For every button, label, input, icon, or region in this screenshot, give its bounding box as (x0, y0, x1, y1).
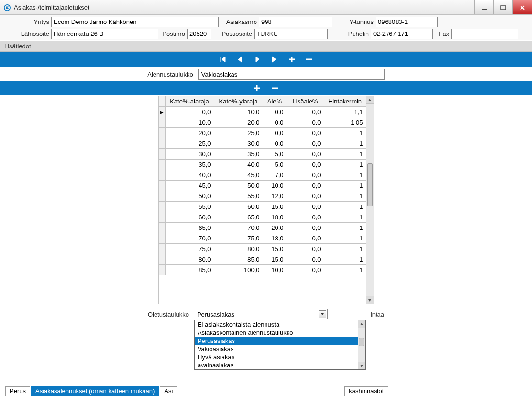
grid-cell[interactable]: 35,0 (165, 160, 214, 170)
col-ale[interactable]: Ale% (263, 96, 287, 107)
grid-cell[interactable]: 15,0 (263, 202, 287, 212)
grid-cell[interactable]: 0,0 (263, 138, 287, 149)
nav-last-icon[interactable] (270, 55, 279, 64)
table-row[interactable]: ▸0,010,00,00,01,1 (158, 107, 366, 117)
grid-cell[interactable]: 85,0 (214, 254, 263, 265)
table-row[interactable]: 65,070,020,00,01 (158, 223, 366, 233)
grid-cell[interactable]: 1 (324, 160, 366, 170)
grid-cell[interactable]: 80,0 (214, 244, 263, 254)
grid-cell[interactable]: 0,0 (287, 254, 324, 265)
table-row[interactable]: 50,055,012,00,01 (158, 191, 366, 202)
grid-cell[interactable]: 45,0 (165, 181, 214, 191)
grid-cell[interactable]: 1 (324, 202, 366, 212)
grid-cell[interactable]: 0,0 (165, 107, 214, 117)
table-row[interactable]: 60,065,018,00,01 (158, 212, 366, 223)
dropdown-option[interactable]: Ei asiakaskohtaista alennusta (195, 320, 358, 329)
input-yritys[interactable] (51, 17, 219, 27)
grid-cell[interactable]: 1 (324, 128, 366, 138)
grid-cell[interactable]: 25,0 (214, 128, 263, 138)
col-kate-alaraja[interactable]: Kate%-alaraja (165, 96, 214, 107)
grid-cell[interactable]: 1 (324, 223, 366, 233)
dropdown-option[interactable]: Vakioasiakas (195, 345, 358, 353)
grid-cell[interactable]: 0,0 (287, 202, 324, 212)
grid-cell[interactable]: 10,0 (165, 117, 214, 128)
grid-cell[interactable]: 0,0 (263, 128, 287, 138)
grid-cell[interactable]: 12,0 (263, 191, 287, 202)
grid-cell[interactable]: 15,0 (263, 244, 287, 254)
dropdown-option[interactable]: Perusasiakas (195, 337, 358, 345)
grid-cell[interactable]: 18,0 (263, 233, 287, 244)
nav-add-icon[interactable] (288, 55, 296, 64)
col-lisaale[interactable]: Lisäale% (287, 96, 324, 107)
grid-cell[interactable]: 0,0 (287, 223, 324, 233)
select-oletustaulukko[interactable]: Perusasiakas Ei asiakaskohtaista alennus… (194, 309, 328, 319)
grid-cell[interactable]: 35,0 (214, 149, 263, 160)
maximize-button[interactable] (493, 0, 512, 14)
grid-cell[interactable]: 0,0 (287, 265, 324, 275)
grid-scrollbar[interactable] (366, 96, 374, 304)
grid-cell[interactable]: 15,0 (263, 254, 287, 265)
table-row[interactable]: 30,035,05,00,01 (158, 149, 366, 160)
dd-scroll-thumb[interactable] (359, 338, 364, 346)
grid-cell[interactable]: 1 (324, 149, 366, 160)
grid-cell[interactable]: 80,0 (165, 254, 214, 265)
dropdown-option[interactable]: Asiakaskohtainen alennustaulukko (195, 329, 358, 337)
grid-cell[interactable]: 0,0 (287, 160, 324, 170)
input-lahiosoite[interactable] (51, 29, 158, 39)
input-alennustaulukko[interactable] (198, 69, 385, 80)
table-row[interactable]: 10,020,00,00,01,05 (158, 117, 366, 128)
grid-cell[interactable]: 50,0 (165, 191, 214, 202)
grid-cell[interactable]: 1 (324, 138, 366, 149)
table-row[interactable]: 80,085,015,00,01 (158, 254, 366, 265)
grid-cell[interactable]: 1 (324, 212, 366, 223)
grid-cell[interactable]: 0,0 (287, 181, 324, 191)
grid-cell[interactable]: 0,0 (287, 107, 324, 117)
grid-cell[interactable]: 0,0 (287, 138, 324, 149)
dropdown-option[interactable]: Hyvä asiakas (195, 353, 358, 361)
dd-scroll-down-icon[interactable] (358, 362, 365, 369)
tab-perus[interactable]: Perus (5, 386, 30, 396)
grid-cell[interactable]: 10,0 (263, 265, 287, 275)
grid-cell[interactable]: 18,0 (263, 212, 287, 223)
grid-cell[interactable]: 60,0 (214, 202, 263, 212)
grid-cell[interactable]: 1,05 (324, 117, 366, 128)
grid-cell[interactable]: 0,0 (263, 107, 287, 117)
grid-cell[interactable]: 10,0 (263, 181, 287, 191)
grid-cell[interactable]: 100,0 (214, 265, 263, 275)
grid-cell[interactable]: 1 (324, 254, 366, 265)
grid-cell[interactable]: 40,0 (214, 160, 263, 170)
grid-cell[interactable]: 5,0 (263, 149, 287, 160)
grid-cell[interactable]: 0,0 (287, 117, 324, 128)
col-kate-ylaraja[interactable]: Kate%-ylaraja (214, 96, 263, 107)
grid-cell[interactable]: 1 (324, 233, 366, 244)
grid-cell[interactable]: 1 (324, 181, 366, 191)
table-row[interactable]: 75,080,015,00,01 (158, 244, 366, 254)
grid-cell[interactable]: 75,0 (214, 233, 263, 244)
tab-asiakasalennukset[interactable]: Asiakasalennukset (oman katteen mukaan) (31, 386, 159, 396)
grid-cell[interactable]: 0,0 (263, 117, 287, 128)
grid-cell[interactable]: 20,0 (214, 117, 263, 128)
close-button[interactable] (512, 0, 532, 14)
grid-cell[interactable]: 5,0 (263, 160, 287, 170)
grid-cell[interactable]: 1,1 (324, 107, 366, 117)
scroll-thumb[interactable] (367, 163, 373, 206)
grid-cell[interactable]: 75,0 (165, 244, 214, 254)
grid-cell[interactable]: 0,0 (287, 233, 324, 244)
grid-cell[interactable]: 65,0 (214, 212, 263, 223)
grid-cell[interactable]: 20,0 (165, 128, 214, 138)
tab-partial-kashinnastot[interactable]: kashinnastot (344, 386, 388, 396)
table-row[interactable]: 85,0100,010,00,01 (158, 265, 366, 275)
grid-cell[interactable]: 0,0 (287, 128, 324, 138)
grid-cell[interactable]: 70,0 (214, 223, 263, 233)
grid-cell[interactable]: 85,0 (165, 265, 214, 275)
discount-grid[interactable]: Kate%-alaraja Kate%-ylaraja Ale% Lisäale… (158, 96, 366, 275)
grid-cell[interactable]: 55,0 (214, 191, 263, 202)
grid-cell[interactable]: 1 (324, 265, 366, 275)
grid-cell[interactable]: 65,0 (165, 223, 214, 233)
grid-cell[interactable]: 0,0 (287, 212, 324, 223)
minimize-button[interactable] (474, 0, 493, 14)
input-puhelin[interactable] (371, 29, 433, 39)
grid-cell[interactable]: 60,0 (165, 212, 214, 223)
input-ytunnus[interactable] (376, 17, 438, 27)
grid-cell[interactable]: 1 (324, 170, 366, 181)
